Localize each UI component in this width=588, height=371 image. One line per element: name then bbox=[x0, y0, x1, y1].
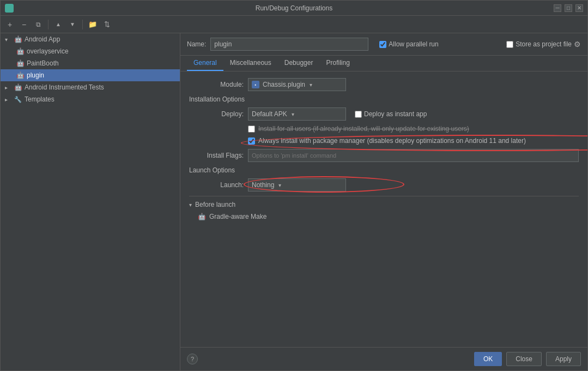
overlayservice-label: overlayservice bbox=[27, 47, 69, 55]
store-project-checkbox[interactable] bbox=[506, 41, 513, 48]
module-dropdown[interactable]: ▪ Chassis.plugin ▾ bbox=[248, 78, 346, 91]
before-launch-label: Before launch bbox=[195, 201, 235, 208]
install-all-users-row: Install for all users (if already instal… bbox=[189, 125, 579, 133]
folder-button[interactable]: 📁 bbox=[87, 19, 99, 31]
before-launch-expand-icon: ▾ bbox=[189, 202, 192, 208]
sort-button[interactable]: ⇅ bbox=[101, 19, 113, 31]
installation-options-label: Installation Options bbox=[189, 95, 579, 103]
overlayservice-icon: 🤖 bbox=[16, 47, 25, 56]
always-install-wrapper: Always install with package manager (dis… bbox=[189, 137, 579, 145]
module-value: Chassis.plugin bbox=[263, 81, 305, 88]
launch-label: Launch: bbox=[189, 181, 244, 189]
install-flags-input[interactable] bbox=[248, 149, 579, 162]
run-debug-configurations-window: Run/Debug Configurations ─ □ ✕ + − ⧉ ▲ ▼… bbox=[0, 0, 588, 371]
deploy-instant-label: Deploy as instant app bbox=[364, 110, 427, 118]
launch-row-wrapper: Launch: Nothing ▾ bbox=[189, 178, 579, 192]
before-launch-section: ▾ Before launch 🤖 Gradle-aware Make bbox=[189, 196, 579, 225]
instrumented-label: Android Instrumented Tests bbox=[25, 83, 104, 91]
always-install-row: Always install with package manager (dis… bbox=[189, 137, 579, 145]
launch-row: Launch: Nothing ▾ bbox=[189, 178, 579, 192]
right-panel: Name: Allow parallel run Store as projec… bbox=[180, 33, 587, 370]
launch-options-label: Launch Options bbox=[189, 166, 579, 174]
launch-dropdown[interactable]: Nothing ▾ bbox=[248, 178, 346, 192]
window-title: Run/Debug Configurations bbox=[256, 4, 332, 12]
footer: ? OK Close Apply bbox=[180, 347, 587, 370]
name-label: Name: bbox=[187, 40, 206, 48]
before-launch-item-gradle: 🤖 Gradle-aware Make bbox=[189, 213, 579, 220]
tab-profiling[interactable]: Profiling bbox=[319, 56, 356, 71]
module-label: Module: bbox=[189, 81, 244, 88]
move-up-button[interactable]: ▲ bbox=[52, 19, 64, 31]
gradle-make-label: Gradle-aware Make bbox=[209, 213, 266, 220]
tab-debugger[interactable]: Debugger bbox=[278, 56, 320, 71]
module-row: Module: ▪ Chassis.plugin ▾ bbox=[189, 78, 579, 91]
store-project-option: Store as project file ⚙ bbox=[506, 40, 581, 49]
deploy-dropdown-arrow: ▾ bbox=[292, 111, 294, 117]
gradle-icon: 🤖 bbox=[198, 213, 206, 220]
allow-parallel-checkbox[interactable] bbox=[379, 41, 386, 48]
toolbar-separator-1 bbox=[48, 20, 49, 29]
deploy-label: Deploy: bbox=[189, 110, 244, 118]
launch-value: Nothing bbox=[252, 181, 274, 189]
close-button[interactable]: ✕ bbox=[575, 4, 583, 12]
android-app-label: Android App bbox=[25, 35, 60, 43]
toolbar: + − ⧉ ▲ ▼ 📁 ⇅ bbox=[1, 16, 587, 33]
sidebar-item-android-instrumented[interactable]: ▸ 🤖 Android Instrumented Tests bbox=[1, 81, 180, 93]
instrumented-icon: 🤖 bbox=[14, 83, 22, 92]
parallel-run-option: Allow parallel run bbox=[379, 40, 438, 48]
app-icon bbox=[5, 4, 14, 13]
config-header: Name: Allow parallel run Store as projec… bbox=[180, 33, 587, 56]
title-bar: Run/Debug Configurations ─ □ ✕ bbox=[1, 1, 587, 16]
expand-instrumented-icon: ▸ bbox=[5, 85, 11, 91]
window-controls: ─ □ ✕ bbox=[554, 4, 583, 12]
sidebar-item-android-app[interactable]: ▾ 🤖 Android App bbox=[1, 33, 180, 45]
always-install-label: Always install with package manager (dis… bbox=[258, 137, 526, 145]
deploy-instant-checkbox[interactable] bbox=[355, 111, 362, 118]
sidebar-item-overlayservice[interactable]: 🤖 overlayservice bbox=[1, 45, 180, 57]
always-install-checkbox[interactable] bbox=[248, 137, 255, 145]
launch-dropdown-arrow: ▾ bbox=[278, 182, 281, 188]
config-body: Module: ▪ Chassis.plugin ▾ Installation … bbox=[180, 71, 587, 347]
close-dialog-button[interactable]: Close bbox=[506, 352, 542, 366]
install-all-users-label: Install for all users (if already instal… bbox=[258, 125, 469, 133]
install-flags-row: Install Flags: bbox=[189, 149, 579, 162]
toolbar-separator-2 bbox=[82, 20, 83, 29]
install-all-users-checkbox[interactable] bbox=[248, 125, 255, 133]
remove-config-button[interactable]: − bbox=[18, 19, 30, 31]
tab-miscellaneous[interactable]: Miscellaneous bbox=[223, 56, 278, 71]
before-launch-header[interactable]: ▾ Before launch bbox=[189, 201, 579, 208]
templates-label: Templates bbox=[25, 95, 54, 103]
maximize-button[interactable]: □ bbox=[565, 4, 572, 12]
plugin-label: plugin bbox=[27, 71, 44, 79]
android-app-icon: 🤖 bbox=[14, 35, 22, 44]
plugin-icon: 🤖 bbox=[16, 71, 25, 80]
main-content: ▾ 🤖 Android App 🤖 overlayservice 🤖 Paint… bbox=[1, 33, 587, 370]
sidebar: ▾ 🤖 Android App 🤖 overlayservice 🤖 Paint… bbox=[1, 33, 180, 370]
add-config-button[interactable]: + bbox=[4, 19, 16, 31]
copy-config-button[interactable]: ⧉ bbox=[32, 19, 44, 31]
ok-button[interactable]: OK bbox=[474, 352, 502, 366]
apply-button[interactable]: Apply bbox=[546, 352, 581, 366]
deploy-dropdown[interactable]: Default APK ▾ bbox=[248, 107, 346, 121]
deploy-row: Deploy: Default APK ▾ Deploy as instant … bbox=[189, 107, 579, 121]
tab-general[interactable]: General bbox=[187, 56, 223, 71]
tabs: General Miscellaneous Debugger Profiling bbox=[180, 56, 587, 71]
name-input[interactable] bbox=[210, 38, 368, 51]
sidebar-item-templates[interactable]: ▸ 🔧 Templates bbox=[1, 93, 180, 105]
gear-icon[interactable]: ⚙ bbox=[574, 40, 581, 49]
paintbooth-label: PaintBooth bbox=[27, 59, 59, 67]
expand-android-app-icon: ▾ bbox=[5, 37, 11, 43]
sidebar-item-plugin[interactable]: 🤖 plugin bbox=[1, 69, 180, 81]
module-dropdown-arrow: ▾ bbox=[310, 82, 312, 88]
sidebar-item-paintbooth[interactable]: 🤖 PaintBooth bbox=[1, 57, 180, 69]
move-down-button[interactable]: ▼ bbox=[66, 19, 78, 31]
module-icon: ▪ bbox=[252, 81, 259, 88]
paintbooth-icon: 🤖 bbox=[16, 59, 25, 68]
install-flags-label: Install Flags: bbox=[189, 152, 244, 159]
minimize-button[interactable]: ─ bbox=[554, 4, 561, 12]
store-project-label: Store as project file bbox=[516, 40, 572, 48]
deploy-value: Default APK bbox=[252, 110, 287, 118]
help-button[interactable]: ? bbox=[187, 354, 198, 364]
allow-parallel-label: Allow parallel run bbox=[389, 40, 438, 48]
templates-icon: 🔧 bbox=[14, 95, 22, 104]
